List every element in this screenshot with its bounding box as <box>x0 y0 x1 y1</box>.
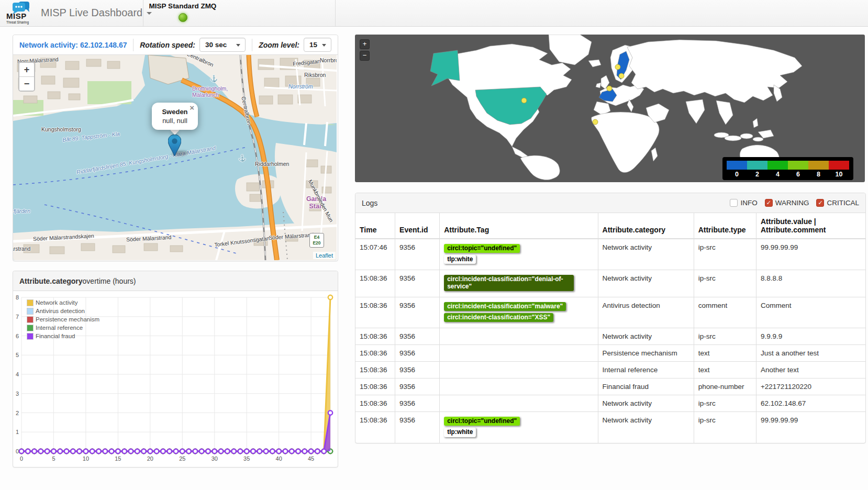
misp-dashboard: MISP Threat Sharing MISP Live Dashboard … <box>0 0 868 490</box>
time-cell: 15:08:36 <box>355 328 395 345</box>
scale-swatch <box>829 161 849 170</box>
world-map-panel[interactable]: + − 0246810 <box>355 35 865 182</box>
data-point <box>270 449 274 453</box>
tag-cell <box>440 328 598 345</box>
log-row: 15:08:369356circl:incident-classificatio… <box>355 297 865 328</box>
scale-tick-label: 6 <box>788 171 808 178</box>
tag-cell: circl:incident-classification="denial-of… <box>440 270 598 297</box>
zoom-level-select[interactable]: 15 <box>304 38 331 52</box>
scale-tick-label: 8 <box>808 171 829 178</box>
checkbox-icon: ✓ <box>765 199 773 207</box>
world-zoom-in-button[interactable]: + <box>360 39 370 49</box>
category-cell: Network activity <box>598 239 694 270</box>
log-row: 15:08:369356Persistence mechanismtextJus… <box>355 345 865 362</box>
zoom-in-button[interactable]: + <box>19 63 34 77</box>
time-cell: 15:08:36 <box>355 362 395 378</box>
map-color-scale: 0246810 <box>722 157 853 180</box>
data-point <box>39 449 43 453</box>
navbar: MISP Threat Sharing MISP Live Dashboard … <box>0 0 868 27</box>
data-point <box>51 449 55 453</box>
x-tick-label: 5 <box>52 455 55 462</box>
event-id-cell: 9356 <box>395 412 440 443</box>
type-cell: ip-src <box>694 270 756 297</box>
value-cell: Another text <box>756 362 865 378</box>
filter-info-checkbox[interactable]: INFO <box>730 199 757 207</box>
log-row: 15:08:369356Network activityip-src9.9.9.… <box>355 328 865 345</box>
activity-dot <box>615 64 620 70</box>
data-point <box>290 449 294 453</box>
time-cell: 15:08:36 <box>355 378 395 395</box>
category-cell: Network activity <box>598 395 694 412</box>
time-cell: 15:08:36 <box>355 345 395 362</box>
col-attribute-tag: Attribute.Tag <box>440 213 598 239</box>
data-point <box>168 449 172 453</box>
col-time: Time <box>355 213 395 239</box>
data-point <box>251 449 255 453</box>
category-cell: Network activity <box>598 270 694 297</box>
legend-swatch <box>27 316 34 323</box>
filter-critical-checkbox[interactable]: ✓CRITICAL <box>816 199 859 207</box>
activity-dot <box>593 119 598 125</box>
col-event-id: Event.id <box>395 213 440 239</box>
scale-swatch <box>727 161 747 170</box>
type-cell: ip-src <box>694 328 756 345</box>
data-point <box>193 449 197 453</box>
data-point <box>174 449 178 453</box>
checkbox-icon <box>730 199 738 207</box>
map-popup: × Sweden null, null <box>152 103 198 130</box>
filter-warning-checkbox[interactable]: ✓WARNING <box>765 199 809 207</box>
event-id-cell: 9356 <box>395 395 440 412</box>
data-point <box>231 449 236 453</box>
type-cell: ip-src <box>694 412 756 443</box>
data-point <box>129 449 133 453</box>
zmq-status: MISP Standard ZMQ <box>148 2 217 22</box>
data-point <box>328 295 332 299</box>
misp-logo[interactable]: MISP Threat Sharing <box>5 1 32 25</box>
logs-heading: Logs INFO✓WARNING✓CRITICAL <box>355 193 865 213</box>
data-point <box>161 449 165 453</box>
data-point <box>122 449 126 453</box>
event-id-cell: 9356 <box>395 345 440 362</box>
category-cell: Network activity <box>598 412 694 443</box>
attribute-tag: circl:incident-classification="malware" <box>444 302 566 311</box>
x-tick-label: 20 <box>147 455 153 462</box>
data-point <box>58 449 62 453</box>
legend-item: Internal reference <box>27 324 99 332</box>
tag-cell <box>440 362 598 378</box>
world-zoom-out-button[interactable]: − <box>360 51 370 61</box>
log-level-filters: INFO✓WARNING✓CRITICAL <box>730 199 859 207</box>
time-cell: 15:08:36 <box>355 270 395 297</box>
logs-panel: Logs INFO✓WARNING✓CRITICAL Time Event.id… <box>355 193 866 443</box>
popup-close-icon[interactable]: × <box>190 104 194 112</box>
attribute-tag: circl:topic="undefined" <box>444 244 520 253</box>
type-cell: text <box>694 345 756 362</box>
controls-divider <box>133 39 133 51</box>
data-point <box>135 449 139 453</box>
logs-header-row: Time Event.id Attribute.Tag Attribute.ca… <box>355 213 865 239</box>
tag-cell: circl:topic="undefined"tlp:white <box>440 239 598 270</box>
logs-title: Logs <box>362 199 377 207</box>
zoom-out-button[interactable]: − <box>19 77 34 91</box>
event-id-cell: 9356 <box>395 270 440 297</box>
filter-label: WARNING <box>775 199 809 207</box>
street-map[interactable]: Centralbron Fredsgatan Norrbro Riksbron … <box>13 55 337 260</box>
data-point <box>258 449 262 453</box>
data-point <box>103 449 107 453</box>
rotation-speed-select[interactable]: 30 sec <box>199 38 246 52</box>
navbar-divider <box>143 0 143 26</box>
data-point <box>303 449 307 453</box>
data-point <box>64 449 69 453</box>
x-tick-label: 40 <box>276 455 282 462</box>
scale-tick-label: 4 <box>767 171 788 178</box>
tag-cell: circl:incident-classification="malware"c… <box>440 297 598 328</box>
data-point <box>141 449 146 453</box>
feed-ip: 62.102.148.67 <box>80 41 127 49</box>
value-cell: Just a another test <box>756 345 865 362</box>
map-marker-icon[interactable] <box>168 135 181 156</box>
col-attribute-type: Attribute.type <box>694 213 756 239</box>
attribute-tag: circl:incident-classification="denial-of… <box>444 275 574 291</box>
leaflet-link[interactable]: Leaflet <box>316 252 333 259</box>
data-point <box>180 449 184 453</box>
dashboard-menu[interactable]: MISP Live Dashboard <box>41 7 152 19</box>
log-row: 15:08:369356Financial fraudphone-number+… <box>355 378 865 395</box>
